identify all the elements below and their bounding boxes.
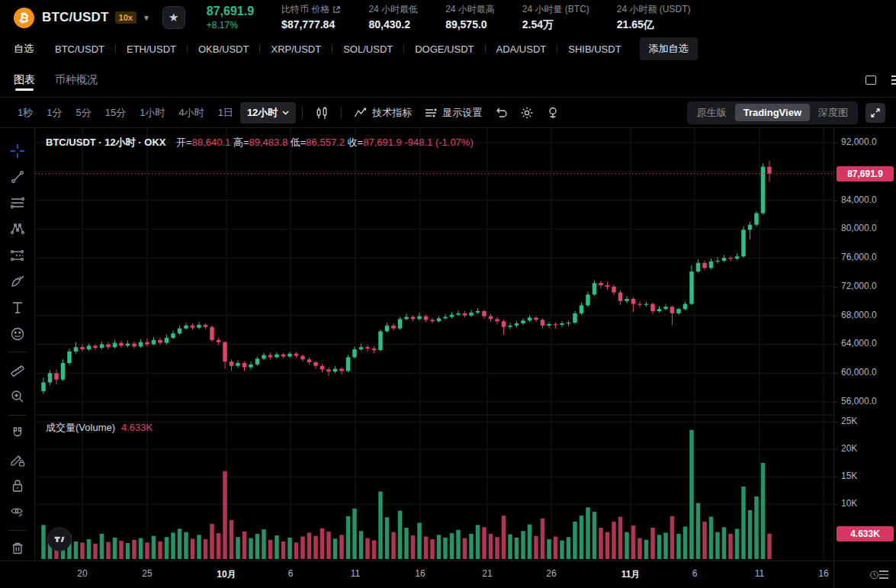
volume-bar	[702, 522, 707, 559]
interval-15m[interactable]: 15分	[98, 102, 133, 124]
candle-body	[430, 320, 435, 321]
favorite-star-button[interactable]: ★	[162, 6, 185, 29]
interval-5m[interactable]: 5分	[69, 102, 98, 124]
candle-style-button[interactable]	[309, 102, 335, 124]
magnet-tool-button[interactable]	[5, 422, 31, 445]
tab-favorites[interactable]: 自选	[14, 42, 44, 56]
tab-chart[interactable]: 图表	[14, 63, 35, 97]
tab-doge-usdt[interactable]: DOGE/USDT	[404, 43, 484, 55]
candle-body	[612, 287, 616, 293]
chart-svg[interactable]	[35, 128, 833, 561]
revert-button[interactable]	[488, 102, 514, 124]
snapshot-button[interactable]	[540, 102, 566, 124]
mode-depth[interactable]: 深度图	[810, 103, 856, 123]
tab-okb-usdt[interactable]: OKB/USDT	[188, 43, 259, 55]
volume-bar	[573, 522, 577, 559]
candlestick-chart[interactable]: BTC/USDT · 12小时 · OKX 开=88,640.1 高=89,48…	[35, 128, 833, 561]
tab-btc-usdt[interactable]: BTC/USDT	[44, 43, 115, 55]
axis-tick	[834, 373, 837, 374]
volume-bar	[391, 532, 396, 559]
display-settings-button[interactable]: 显示设置	[418, 102, 488, 124]
tradingview-logo[interactable]	[47, 527, 72, 551]
candle-body	[450, 315, 454, 317]
tab-xrp-usdt[interactable]: XRP/USDT	[260, 43, 332, 55]
interval-1d[interactable]: 1日	[211, 102, 240, 124]
volume-bar	[178, 529, 182, 559]
drawing-lock-mode-button[interactable]	[5, 448, 31, 471]
chart-settings-button[interactable]	[514, 102, 540, 124]
position-tool-button[interactable]	[5, 243, 31, 267]
interval-4h[interactable]: 4小时	[172, 102, 210, 124]
text-tool-button[interactable]	[5, 296, 31, 320]
xabcd-pattern-tool-button[interactable]	[5, 217, 31, 241]
candle-body	[593, 283, 597, 294]
tab-ada-usdt[interactable]: ADA/USDT	[486, 43, 557, 55]
axis-tick	[834, 287, 837, 288]
volume-bar	[119, 541, 124, 559]
volume-bar	[489, 534, 493, 559]
candle-body	[359, 347, 364, 349]
emoji-tool-button[interactable]	[5, 322, 31, 345]
volume-bar	[93, 544, 98, 559]
volume-bar	[424, 536, 429, 559]
price-axis[interactable]: 92,000.088,000.084,000.080,000.076,000.0…	[833, 128, 896, 561]
indicators-button[interactable]: 技术指标	[348, 102, 418, 124]
mode-native[interactable]: 原生版	[689, 103, 735, 123]
brush-tool-button[interactable]	[5, 269, 31, 293]
mode-tradingview[interactable]: TradingView	[735, 104, 810, 121]
external-link-icon[interactable]	[332, 5, 341, 14]
candle-body	[268, 355, 273, 358]
candle-body	[741, 230, 746, 256]
bitcoin-logo-icon: ₿	[11, 5, 36, 30]
time-axis[interactable]: 202510月61116212611月61116	[0, 561, 833, 588]
fib-retracement-tool-button[interactable]	[5, 191, 31, 215]
crosshair-tool-button[interactable]	[5, 139, 31, 162]
fullscreen-button[interactable]	[865, 103, 885, 123]
interval-1s[interactable]: 1秒	[11, 102, 40, 124]
candle-body	[313, 362, 318, 366]
volume-bar	[593, 512, 597, 559]
candle-body	[560, 323, 564, 325]
tab-shib-usdt[interactable]: SHIB/USDT	[557, 43, 631, 55]
volume-bar	[547, 539, 551, 559]
interval-1h[interactable]: 1小时	[133, 102, 172, 124]
candle-body	[158, 340, 162, 343]
candle-body	[644, 304, 649, 305]
candle-body	[294, 354, 299, 356]
scale-menu-icon[interactable]	[879, 570, 888, 579]
zoom-in-icon	[10, 389, 25, 404]
candle-body	[339, 369, 344, 371]
zoom-in-tool-button[interactable]	[5, 384, 31, 408]
candle-body	[204, 325, 208, 327]
candle-body	[191, 326, 195, 328]
lock-all-button[interactable]	[5, 474, 31, 497]
volume-bar	[145, 542, 149, 559]
axis-tick	[834, 422, 837, 423]
volume-bar	[100, 534, 104, 559]
add-favorite-button[interactable]: 添加自选	[640, 37, 698, 60]
time-axis-label: 25	[142, 568, 152, 579]
volume-bar	[754, 496, 759, 559]
remove-drawings-button[interactable]	[5, 537, 31, 561]
volume-bar	[689, 430, 694, 559]
panel-list-icon[interactable]	[891, 76, 896, 85]
candle-body	[696, 263, 701, 272]
candle-body	[534, 318, 538, 320]
layout-square-icon[interactable]	[865, 76, 876, 85]
candle-body	[171, 333, 175, 338]
candle-body	[87, 345, 92, 349]
clock-icon[interactable]	[869, 569, 879, 581]
tab-eth-usdt[interactable]: ETH/USDT	[116, 43, 187, 55]
interval-12h-active[interactable]: 12小时	[240, 102, 296, 124]
pair-chevron-down-icon[interactable]: ▼	[143, 14, 150, 22]
tab-coin-overview[interactable]: 币种概况	[55, 63, 98, 97]
candle-body	[210, 327, 214, 340]
measure-tool-button[interactable]	[5, 358, 31, 382]
trend-line-tool-button[interactable]	[5, 165, 31, 188]
volume-bar	[113, 538, 117, 559]
tab-sol-usdt[interactable]: SOL/USDT	[332, 43, 403, 55]
interval-1m[interactable]: 1分	[40, 102, 69, 124]
hide-drawings-button[interactable]	[5, 500, 31, 524]
candle-body	[541, 320, 545, 326]
candle-body	[126, 344, 130, 346]
